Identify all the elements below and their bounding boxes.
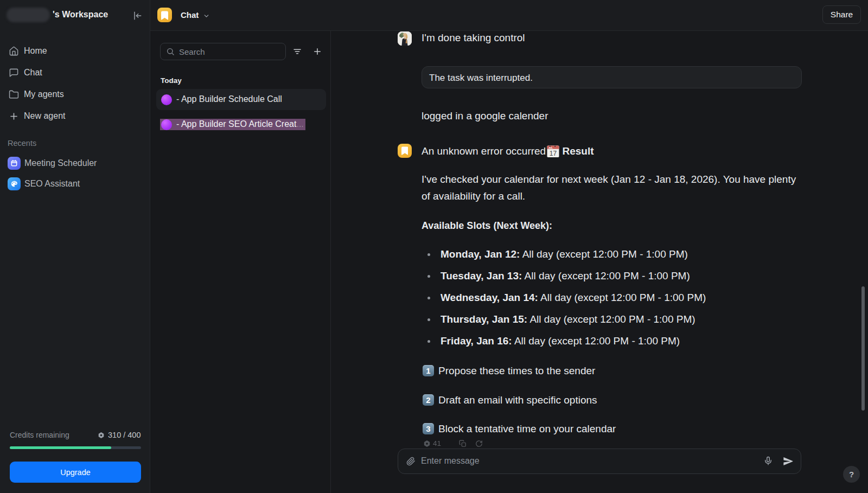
svg-text:JUL: JUL	[548, 146, 553, 149]
svg-text:17: 17	[550, 150, 557, 157]
